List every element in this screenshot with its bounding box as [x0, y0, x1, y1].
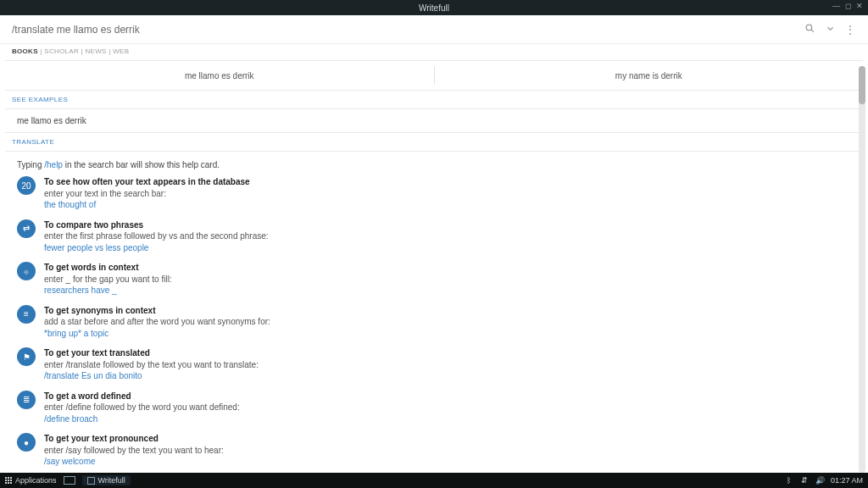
help-row-say: ● To get your text pronounced enter /say…	[17, 433, 851, 468]
window-titlebar: Writefull — ◻ ✕	[0, 0, 868, 15]
search-input[interactable]: /translate me llamo es derrik	[12, 24, 804, 36]
help-command: /help	[44, 160, 63, 169]
help-intro: Typing /help in the search bar will show…	[17, 160, 851, 169]
svg-point-0	[806, 25, 812, 30]
applications-menu-button[interactable]: Applications	[5, 476, 57, 485]
help-example[interactable]: the thought of	[44, 199, 250, 211]
task-writefull[interactable]: Writefull	[82, 475, 131, 485]
help-row-synonyms: ≡ To get synonyms in context add a star …	[17, 305, 851, 340]
translate-icon: ⚑	[17, 347, 36, 366]
translate-input[interactable]: me llamo es derrik	[5, 109, 863, 132]
help-example[interactable]: fewer people vs less people	[44, 242, 269, 254]
overflow-menu-icon[interactable]: ⋮	[844, 25, 856, 34]
scrollbar[interactable]	[859, 66, 865, 473]
compare-panel: me llamo es derrik my name is derrik	[5, 60, 863, 91]
help-example[interactable]: researchers have _	[44, 285, 172, 297]
source-active[interactable]: BOOKS	[12, 47, 38, 55]
bluetooth-icon[interactable]: ᛒ	[785, 476, 793, 485]
frequency-icon: 20	[17, 176, 36, 195]
context-icon: ⟐	[17, 262, 36, 280]
search-icon[interactable]	[804, 23, 815, 36]
help-row-define: ≣ To get a word defined enter /define fo…	[17, 391, 851, 425]
help-row-context: ⟐ To get words in context enter _ for th…	[17, 262, 851, 297]
help-example[interactable]: *bring up* a topic	[44, 328, 270, 340]
network-icon[interactable]: ⇵	[800, 476, 809, 485]
minimize-icon[interactable]: —	[832, 2, 840, 10]
help-example[interactable]: /translate Es un dia bonito	[44, 370, 259, 382]
help-row-translate: ⚑ To get your text translated enter /tra…	[17, 347, 851, 382]
apps-grid-icon	[5, 477, 12, 484]
help-example[interactable]: /say welcome	[44, 456, 224, 468]
compare-icon: ⇄	[17, 219, 36, 238]
help-example[interactable]: /define broach	[44, 413, 240, 425]
translate-link[interactable]: TRANSLATE	[0, 133, 868, 151]
workspace-icon[interactable]	[64, 476, 75, 485]
clock[interactable]: 01:27 AM	[831, 476, 863, 485]
source-news[interactable]: NEWS	[86, 47, 107, 55]
see-examples-link[interactable]: SEE EXAMPLES	[0, 91, 868, 108]
help-card: Typing /help in the search bar will show…	[5, 151, 863, 488]
app-window: /translate me llamo es derrik ⋮ BOOKS | …	[0, 15, 868, 473]
search-bar[interactable]: /translate me llamo es derrik ⋮	[0, 15, 868, 44]
volume-icon[interactable]: 🔊	[815, 476, 824, 485]
source-tabs: BOOKS | SCHOLAR | NEWS | WEB	[0, 44, 868, 60]
help-row-frequency: 20 To see how often your text appears in…	[17, 176, 851, 211]
chevron-down-icon[interactable]	[824, 24, 836, 35]
scroll-thumb[interactable]	[859, 66, 865, 104]
window-title: Writefull	[419, 3, 449, 13]
translate-panel: me llamo es derrik	[5, 108, 863, 133]
source-web[interactable]: WEB	[113, 47, 129, 55]
task-app-icon	[87, 477, 95, 485]
system-taskbar: Applications Writefull ᛒ ⇵ 🔊 01:27 AM	[0, 473, 868, 488]
define-icon: ≣	[17, 391, 36, 409]
compare-left: me llamo es derrik	[5, 71, 434, 80]
help-row-compare: ⇄ To compare two phrases enter the first…	[17, 219, 851, 254]
say-icon: ●	[17, 433, 36, 452]
source-scholar[interactable]: SCHOLAR	[44, 47, 79, 55]
close-icon[interactable]: ✕	[856, 2, 863, 10]
synonyms-icon: ≡	[17, 305, 36, 324]
svg-line-1	[810, 30, 813, 32]
compare-right: my name is derrik	[435, 71, 864, 80]
maximize-icon[interactable]: ◻	[845, 2, 851, 10]
